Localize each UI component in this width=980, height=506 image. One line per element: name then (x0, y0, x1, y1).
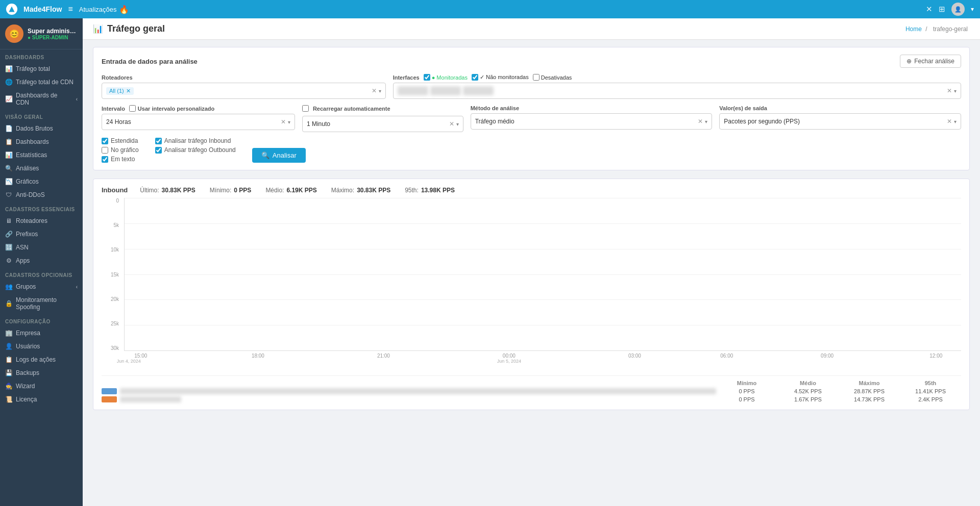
sidebar-item-apps[interactable]: ⚙Apps (0, 254, 83, 267)
interfaces-select[interactable]: ✕ ▾ (393, 83, 961, 99)
check-estendida-label: Estendida (111, 137, 138, 144)
check-no-grafico-input[interactable] (102, 147, 108, 154)
check-outbound-label: Analisar tráfego Outbound (164, 146, 236, 154)
interval-clear-icon[interactable]: ✕ (281, 118, 286, 125)
section-label-config: Configuração (0, 314, 83, 326)
sidebar-item-asn[interactable]: 🔢ASN (0, 241, 83, 254)
sidebar-item-dashboards[interactable]: 📋Dashboards (0, 135, 83, 148)
legend-orange-avg: 1.67K PPS (777, 396, 839, 402)
interval-custom-label: Usar intervalo personalizado (138, 106, 214, 112)
check-estendida[interactable]: Estendida (102, 137, 139, 144)
sidebar-item-prefixos[interactable]: 🔗Prefixos (0, 227, 83, 241)
routers-select[interactable]: All (1) ✕ ✕ ▾ (102, 83, 386, 99)
chart-x-axis: 15:00Jun 4, 2024 18:00 21:00 00:00Jun 5,… (124, 351, 961, 371)
user-avatar[interactable]: 👤 (951, 3, 965, 16)
interfaces-clear-icon[interactable]: ✕ (947, 87, 952, 94)
sidebar-item-anti-ddos[interactable]: 🛡Anti-DDoS (0, 188, 83, 201)
output-values-select[interactable]: Pacotes por segundo (PPS) ✕ ▾ (719, 113, 961, 130)
sidebar-item-spoofing[interactable]: 🔒Monitoramento Spoofing (0, 293, 83, 314)
sidebar-item-estatisticas[interactable]: 📊Estatísticas (0, 148, 83, 162)
link-icon: 🔗 (5, 231, 12, 238)
stat-minimo-label: Mínimo: (210, 187, 232, 194)
breadcrumb-home[interactable]: Home (905, 26, 922, 33)
stat-maximo-label: Máximo: (331, 187, 354, 194)
sidebar-item-dados-brutos[interactable]: 📄Dados Brutos (0, 122, 83, 135)
sidebar-item-licenca[interactable]: 📜Licença (0, 393, 83, 406)
logo-icon (6, 4, 17, 15)
content-scroll: Entrada de dados para análise ⊕ Fechar a… (83, 40, 980, 506)
x-label-15: 15:00Jun 4, 2024 (129, 353, 153, 364)
sidebar-item-cdn-dashboards[interactable]: 📈Dashboards de CDN‹ (0, 89, 83, 109)
analysis-panel-title: Entrada de dados para análise (102, 58, 198, 65)
sidebar-item-usuarios[interactable]: 👤Usuários (0, 340, 83, 353)
check-outbound-input[interactable] (155, 147, 162, 154)
interval-count-select[interactable]: 1 Minuto ✕ ▾ (302, 116, 463, 132)
check-em-texto[interactable]: Em texto (102, 156, 139, 163)
user-dropdown[interactable]: ▾ (971, 6, 974, 13)
analysis-method-select[interactable]: Tráfego médio ✕ ▾ (471, 113, 713, 130)
tag-remove-icon[interactable]: ✕ (126, 88, 131, 94)
stat-medio-label: Médio: (265, 187, 284, 194)
analyze-button[interactable]: 🔍 Analisar (252, 148, 306, 163)
hamburger-icon[interactable]: ≡ (68, 5, 72, 14)
check-estendida-input[interactable] (102, 138, 108, 144)
stat-95th-label: 95th: (405, 187, 419, 194)
output-clear-icon[interactable]: ✕ (947, 118, 952, 125)
sidebar-item-grupos[interactable]: 👥Grupos‹ (0, 280, 83, 293)
sidebar-item-empresa[interactable]: 🏢Empresa (0, 326, 83, 340)
bars-container (125, 198, 961, 350)
legend-blue-stats: 0 PPS 4.52K PPS 28.87K PPS 11.41K PPS (716, 388, 961, 394)
method-clear-icon[interactable]: ✕ (698, 118, 703, 125)
check-monitoradas-input[interactable] (424, 74, 430, 81)
form-group-interval: Intervalo Usar intervalo personalizado 2… (102, 105, 295, 130)
shield-icon: 🛡 (5, 191, 12, 198)
sidebar-item-analises[interactable]: 🔍Análises (0, 162, 83, 175)
reload-auto-checkbox[interactable] (302, 105, 309, 112)
check-em-texto-input[interactable] (102, 156, 108, 163)
check-no-grafico[interactable]: No gráfico (102, 146, 139, 154)
grid-icon[interactable]: ⊞ (939, 5, 945, 14)
stat-ultimo-value: 30.83K PPS (162, 187, 195, 194)
chart-container: 30k 25k 20k 15k 10k 5k 0 (102, 198, 961, 371)
chart-icon: 📈 (5, 95, 12, 103)
sidebar-item-roteadores[interactable]: 🖥Roteadores (0, 214, 83, 227)
stat-95th: 95th: 13.98K PPS (405, 187, 455, 194)
legend-blue-max: 28.87K PPS (839, 388, 900, 394)
interface-tags (398, 86, 945, 95)
check-inbound-label: Analisar tráfego Inbound (164, 137, 231, 144)
close-icon[interactable]: ✕ (926, 5, 933, 14)
updates-btn[interactable]: Atualizações 🔥 (79, 5, 129, 14)
legend-header-95th: 95th (900, 380, 961, 386)
form-group-output-values: Valor(es) de saída Pacotes por segundo (… (719, 105, 961, 130)
check-inbound[interactable]: Analisar tráfego Inbound (155, 137, 236, 144)
chart-area (124, 198, 961, 351)
check-inbound-input[interactable] (155, 138, 162, 144)
interval-value: 24 Horas (106, 118, 279, 125)
interval-custom-input[interactable] (129, 105, 136, 112)
close-analysis-button[interactable]: ⊕ Fechar análise (900, 55, 961, 68)
breadcrumb-current: trafego-geral (933, 26, 968, 33)
check-monitoradas-label: ● Monitoradas (432, 74, 468, 81)
sidebar-item-wizard[interactable]: 🧙Wizard (0, 380, 83, 393)
interval-select[interactable]: 24 Horas ✕ ▾ (102, 114, 295, 130)
interface-tag-1 (398, 86, 428, 95)
check-outbound[interactable]: Analisar tráfego Outbound (155, 146, 236, 154)
x-label-00: 00:00Jun 5, 2024 (497, 353, 521, 364)
select-clear-icon[interactable]: ✕ (372, 87, 377, 94)
legend-row-orange: 0 PPS 1.67K PPS 14.73K PPS 2.4K PPS (102, 396, 961, 402)
check-nao-monitoradas-input[interactable] (472, 74, 478, 81)
sidebar-item-backups[interactable]: 💾Backups (0, 366, 83, 380)
interval-custom-check[interactable]: Usar intervalo personalizado (129, 105, 214, 112)
sidebar-item-logs[interactable]: 📋Logs de ações (0, 353, 83, 366)
user-name: Super administrador (28, 28, 78, 35)
sidebar-item-graficos[interactable]: 📉Gráficos (0, 175, 83, 188)
interfaces-chevron-icon: ▾ (954, 88, 957, 94)
sidebar-item-cdn-total[interactable]: 🌐Tráfego total de CDN (0, 75, 83, 89)
search-icon: 🔍 (261, 151, 270, 159)
apps-icon: ⚙ (5, 257, 12, 264)
sidebar-item-trafego-total[interactable]: 📊Tráfego total (0, 62, 83, 75)
check-desativadas-input[interactable] (533, 74, 540, 81)
analysis-panel: Entrada de dados para análise ⊕ Fechar a… (93, 47, 970, 170)
close-analysis-label: Fechar análise (914, 58, 954, 65)
count-clear-icon[interactable]: ✕ (449, 120, 454, 128)
